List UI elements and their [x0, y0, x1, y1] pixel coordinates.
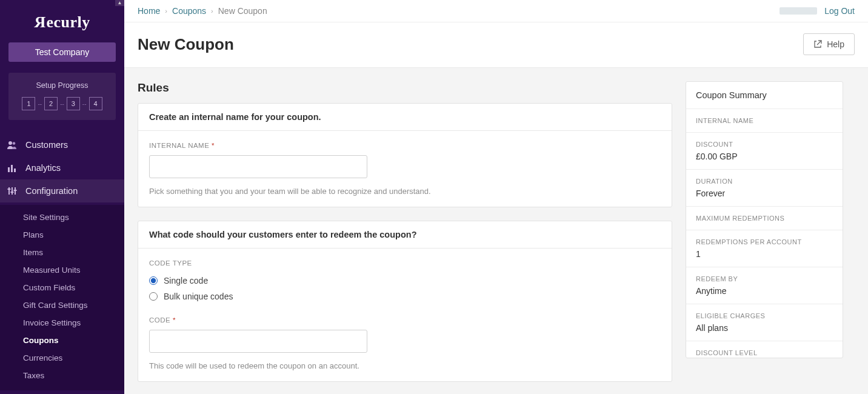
code-type-single-row[interactable]: Single code	[149, 273, 661, 289]
nav-customers[interactable]: Customers	[0, 133, 124, 156]
analytics-icon	[7, 164, 17, 172]
page-header: New Coupon Help	[124, 22, 868, 68]
breadcrumb-separator: ›	[211, 7, 213, 15]
code-card: What code should your customers enter to…	[138, 221, 672, 382]
summary-duration-label: DURATION	[696, 178, 833, 185]
subnav-custom-fields[interactable]: Custom Fields	[0, 279, 124, 296]
setup-progress-card: Setup Progress 1 -- 2 -- 3 -- 4	[8, 73, 116, 120]
setup-progress-title: Setup Progress	[8, 81, 116, 90]
svg-rect-9	[11, 192, 14, 193]
summary-redemptions-per-account-label: REDEMPTIONS PER ACCOUNT	[696, 238, 833, 245]
summary-redeem-by-label: REDEEM BY	[696, 275, 833, 282]
internal-name-label: INTERNAL NAME *	[149, 142, 661, 149]
summary-internal-name-label: INTERNAL NAME	[696, 117, 833, 124]
subnav-site-settings[interactable]: Site Settings	[0, 209, 124, 226]
breadcrumb-bar: Home › Coupons › New Coupon Log Out	[124, 0, 868, 22]
subnav-currencies[interactable]: Currencies	[0, 349, 124, 367]
svg-point-1	[13, 142, 16, 145]
summary-redemptions-per-account-value: 1	[696, 249, 833, 259]
required-mark: *	[212, 142, 215, 149]
summary-eligible-charges-value: All plans	[696, 323, 833, 333]
code-label: CODE *	[149, 316, 661, 324]
summary-redemptions-per-account: REDEMPTIONS PER ACCOUNT 1	[686, 230, 843, 267]
subnav-items[interactable]: Items	[0, 244, 124, 261]
subnav-measured-units[interactable]: Measured Units	[0, 261, 124, 279]
setup-step-3[interactable]: 3	[67, 97, 80, 110]
setup-step-4[interactable]: 4	[89, 97, 102, 110]
user-name-placeholder	[780, 7, 817, 15]
code-type-single-radio[interactable]	[149, 276, 158, 285]
logo-glyph: R	[34, 13, 45, 32]
svg-rect-4	[14, 169, 16, 172]
setup-progress-steps: 1 -- 2 -- 3 -- 4	[8, 97, 116, 110]
coupon-summary-card: Coupon Summary INTERNAL NAME DISCOUNT £0…	[686, 81, 843, 358]
primary-nav: Customers Analytics Configuration	[0, 131, 124, 205]
nav-customers-label: Customers	[25, 140, 68, 150]
help-button[interactable]: Help	[803, 33, 855, 55]
nav-configuration-label: Configuration	[25, 186, 78, 196]
configuration-icon	[7, 187, 17, 195]
user-bar: Log Out	[780, 6, 855, 16]
breadcrumb: Home › Coupons › New Coupon	[138, 6, 267, 16]
coupon-summary-title: Coupon Summary	[686, 82, 843, 109]
help-button-label: Help	[827, 39, 844, 49]
rules-heading: Rules	[138, 81, 672, 95]
subnav-invoice-settings[interactable]: Invoice Settings	[0, 314, 124, 332]
code-type-bulk-radio[interactable]	[149, 292, 158, 301]
setup-step-1[interactable]: 1	[22, 97, 35, 110]
summary-eligible-charges-label: ELIGIBLE CHARGES	[696, 312, 833, 319]
sidebar: Recurly Test Company Setup Progress 1 --…	[0, 0, 124, 394]
code-hint: This code will be used to redeem the cou…	[149, 361, 661, 370]
summary-internal-name: INTERNAL NAME	[686, 109, 843, 133]
code-input[interactable]	[149, 330, 367, 353]
subnav-coupons[interactable]: Coupons	[0, 332, 124, 349]
code-type-label: CODE TYPE	[149, 259, 661, 267]
summary-redeem-by: REDEEM BY Anytime	[686, 267, 843, 304]
summary-duration: DURATION Forever	[686, 170, 843, 207]
breadcrumb-current: New Coupon	[218, 6, 267, 16]
svg-rect-5	[8, 187, 10, 195]
summary-max-redemptions: MAXIMUM REDEMPTIONS	[686, 207, 843, 230]
sidebar-scroll-up[interactable]: ▲	[115, 0, 124, 6]
summary-redeem-by-value: Anytime	[696, 286, 833, 296]
internal-name-card-title: Create an internal name for your coupon.	[138, 104, 672, 131]
svg-rect-8	[8, 189, 11, 190]
summary-discount-value: £0.00 GBP	[696, 152, 833, 161]
subnav-plans[interactable]: Plans	[0, 226, 124, 244]
svg-rect-6	[12, 187, 13, 195]
company-selector[interactable]: Test Company	[8, 42, 116, 62]
nav-configuration[interactable]: Configuration	[0, 179, 124, 202]
svg-rect-2	[8, 167, 10, 172]
nav-analytics-label: Analytics	[25, 163, 61, 173]
breadcrumb-separator: ›	[165, 7, 167, 15]
form-column: Rules Create an internal name for your c…	[138, 81, 672, 394]
code-type-bulk-row[interactable]: Bulk unique codes	[149, 289, 661, 304]
nav-analytics[interactable]: Analytics	[0, 156, 124, 179]
breadcrumb-home[interactable]: Home	[138, 6, 160, 16]
setup-step-2[interactable]: 2	[44, 97, 58, 110]
summary-column: Coupon Summary INTERNAL NAME DISCOUNT £0…	[686, 81, 843, 358]
svg-rect-10	[14, 190, 17, 191]
summary-discount-level-label: DISCOUNT LEVEL	[696, 349, 833, 356]
breadcrumb-coupons[interactable]: Coupons	[172, 6, 206, 16]
required-mark: *	[173, 316, 176, 324]
svg-point-0	[8, 141, 12, 145]
page-title: New Coupon	[138, 35, 234, 54]
customers-icon	[7, 141, 17, 149]
internal-name-input[interactable]	[149, 155, 367, 178]
summary-eligible-charges: ELIGIBLE CHARGES All plans	[686, 304, 843, 341]
subnav-taxes[interactable]: Taxes	[0, 367, 124, 384]
logo-text: ecurly	[46, 13, 90, 31]
internal-name-card: Create an internal name for your coupon.…	[138, 103, 672, 207]
summary-max-redemptions-label: MAXIMUM REDEMPTIONS	[696, 215, 833, 222]
summary-duration-value: Forever	[696, 189, 833, 198]
step-separator: --	[60, 101, 64, 107]
step-separator: --	[82, 101, 87, 107]
summary-discount: DISCOUNT £0.00 GBP	[686, 133, 843, 170]
code-card-title: What code should your customers enter to…	[138, 221, 672, 249]
svg-rect-3	[11, 165, 13, 172]
logout-link[interactable]: Log Out	[824, 6, 855, 16]
main-content: Home › Coupons › New Coupon Log Out New …	[124, 0, 868, 394]
configuration-subnav: Site Settings Plans Items Measured Units…	[0, 205, 124, 390]
subnav-gift-card-settings[interactable]: Gift Card Settings	[0, 296, 124, 314]
